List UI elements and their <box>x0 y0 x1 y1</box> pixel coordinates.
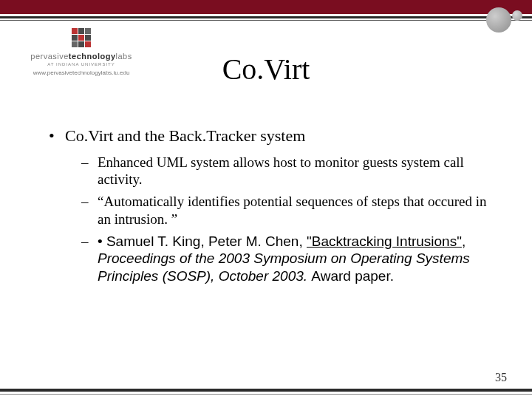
cite-bullet: • <box>98 233 106 249</box>
cite-comma: , <box>462 233 466 249</box>
footer-rule-thin <box>0 394 532 395</box>
bullet-l2-2-text: “Automatically identifies potential sequ… <box>98 194 487 227</box>
header-rule-thick <box>0 16 532 18</box>
cite-title-link[interactable]: "Backtracking Intrusions" <box>307 233 462 249</box>
cite-venue-date: (SOSP), October 2003. <box>163 268 312 284</box>
bullet-l2-1: Enhanced UML system allows host to monit… <box>81 154 495 189</box>
bullet-l1-text: Co.Virt and the Back.Tracker system <box>65 126 305 145</box>
bullet-l1: Co.Virt and the Back.Tracker system Enha… <box>49 126 495 285</box>
slide-body: Co.Virt and the Back.Tracker system Enha… <box>49 126 495 293</box>
bullet-l2-2: “Automatically identifies potential sequ… <box>81 193 495 228</box>
cite-award: Award paper. <box>311 268 394 284</box>
header-band <box>0 0 532 14</box>
decor-circle-small <box>512 10 522 21</box>
slide: pervasivetechnologylabs AT INDIANA UNIVE… <box>0 0 532 399</box>
header-rule-thin <box>0 20 532 21</box>
logo-icon <box>72 28 91 47</box>
decor-circle-large <box>486 7 511 33</box>
slide-title: Co.Virt <box>0 52 532 86</box>
bullet-l2-1-text: Enhanced UML system allows host to monit… <box>98 154 464 188</box>
page-number: 35 <box>495 371 507 384</box>
bullet-l2-3: • Samuel T. King, Peter M. Chen, "Backtr… <box>81 233 495 285</box>
cite-authors: Samuel T. King, Peter M. Chen, <box>106 233 307 249</box>
footer-rule-thick <box>0 389 532 392</box>
